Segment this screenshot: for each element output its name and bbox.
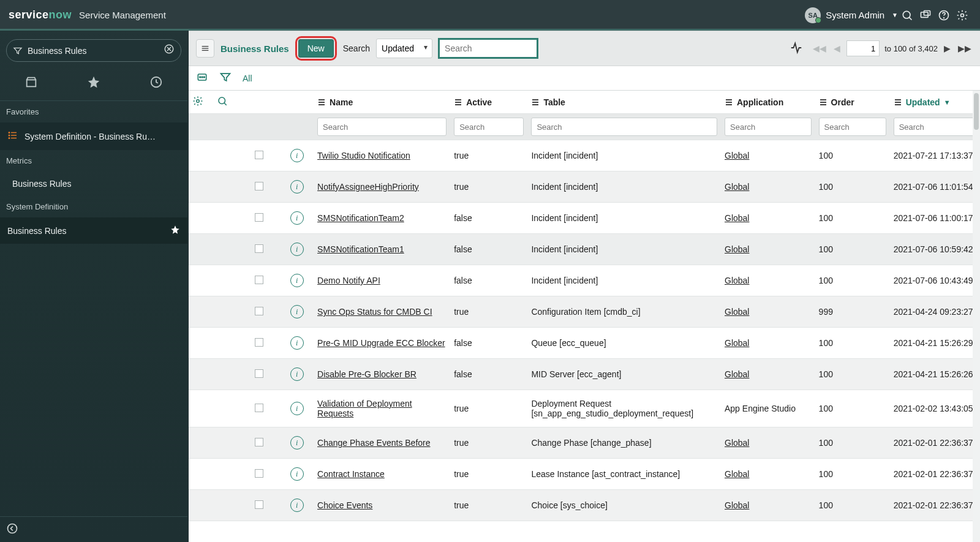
col-search-active[interactable] [454, 118, 524, 136]
preview-icon[interactable]: i [290, 305, 304, 318]
cell-name[interactable]: NotifyAssigneeHighPriority [317, 182, 419, 192]
cell-name[interactable]: SMSNotificationTeam2 [317, 213, 404, 223]
col-header-updated[interactable]: Updated▼ [890, 91, 980, 114]
col-search-order[interactable] [819, 118, 886, 136]
col-search-application[interactable] [725, 118, 812, 136]
cell-name[interactable]: Sync Ops Status for CMDB CI [317, 307, 432, 317]
cell-name[interactable]: Change Phase Events Before [317, 438, 430, 448]
cell-name[interactable]: SMSNotificationTeam1 [317, 244, 404, 254]
cell-application[interactable]: Global [725, 338, 749, 348]
table-row[interactable]: i SMSNotificationTeam2 false Incident [i… [189, 203, 980, 234]
col-header-name[interactable]: Name [314, 91, 450, 114]
cell-application[interactable]: Global [725, 469, 749, 479]
preview-icon[interactable]: i [290, 499, 304, 512]
row-checkbox[interactable] [255, 404, 263, 412]
help-icon[interactable] [935, 6, 953, 24]
cell-application[interactable]: Global [725, 276, 749, 285]
row-checkbox[interactable] [255, 151, 263, 159]
cell-name[interactable]: Choice Events [317, 500, 372, 510]
col-search-name[interactable] [317, 118, 447, 136]
page-prev-icon[interactable]: ◀ [832, 43, 842, 53]
preview-icon[interactable]: i [290, 149, 304, 162]
page-last-icon[interactable]: ▶▶ [957, 43, 973, 53]
col-header-application[interactable]: Application [721, 91, 815, 114]
cell-name[interactable]: Contract Instance [317, 469, 385, 479]
gear-icon[interactable] [953, 6, 971, 24]
filter-all-link[interactable]: All [243, 73, 252, 83]
filter-funnel-icon[interactable] [219, 71, 232, 85]
cell-application[interactable]: Global [725, 151, 749, 160]
col-search-updated[interactable] [894, 118, 976, 136]
row-checkbox[interactable] [255, 338, 263, 347]
cell-application[interactable]: Global [725, 244, 749, 254]
page-current-input[interactable] [846, 40, 880, 56]
cell-name[interactable]: Twilio Studio Notification [317, 151, 410, 160]
nav-tab-all-apps-icon[interactable] [24, 75, 38, 91]
search-field-select[interactable]: Updated [376, 39, 432, 58]
table-row[interactable]: i Pre-G MID Upgrade ECC Blocker false Qu… [189, 328, 980, 359]
row-checkbox[interactable] [255, 500, 263, 509]
nav-filter[interactable] [6, 39, 181, 62]
preview-icon[interactable]: i [290, 402, 304, 415]
table-row[interactable]: i NotifyAssigneeHighPriority true Incide… [189, 171, 980, 203]
page-first-icon[interactable]: ◀◀ [812, 43, 827, 53]
table-row[interactable]: i Disable Pre-G Blocker BR false MID Ser… [189, 359, 980, 390]
global-search-icon[interactable] [898, 6, 916, 24]
list-title[interactable]: Business Rules [221, 43, 289, 54]
table-row[interactable]: i Twilio Studio Notification true Incide… [189, 140, 980, 171]
preview-icon[interactable]: i [290, 436, 304, 450]
row-checkbox[interactable] [255, 244, 263, 253]
preview-icon[interactable]: i [290, 367, 304, 381]
col-header-table[interactable]: Table [527, 91, 721, 114]
search-input[interactable] [439, 39, 538, 58]
nav-filter-input[interactable] [23, 46, 164, 56]
column-search-icon[interactable] [213, 91, 238, 114]
avatar[interactable]: SA [805, 7, 821, 23]
preview-icon[interactable]: i [290, 211, 304, 225]
cell-application[interactable]: Global [725, 182, 749, 192]
list-menu-icon[interactable] [196, 39, 214, 58]
table-row[interactable]: i Contract Instance true Lease Instance … [189, 459, 980, 490]
row-checkbox[interactable] [255, 182, 263, 190]
nav-tab-history-icon[interactable] [149, 75, 163, 91]
favorite-star-icon[interactable] [170, 225, 180, 236]
cell-application[interactable]: Global [725, 307, 749, 317]
personalize-columns-icon[interactable] [189, 91, 213, 114]
cell-name[interactable]: Demo Notify API [317, 276, 380, 285]
preview-icon[interactable]: i [290, 274, 304, 287]
brand-logo[interactable]: servicenow [9, 9, 72, 21]
col-header-active[interactable]: Active [450, 91, 527, 114]
preview-icon[interactable]: i [290, 180, 304, 194]
preview-icon[interactable]: i [290, 336, 304, 350]
row-checkbox[interactable] [255, 469, 263, 478]
table-row[interactable]: i Change Phase Events Before true Change… [189, 427, 980, 459]
clear-filter-icon[interactable] [164, 43, 175, 58]
row-checkbox[interactable] [255, 369, 263, 378]
row-checkbox[interactable] [255, 438, 263, 446]
col-header-order[interactable]: Order [815, 91, 890, 114]
table-row[interactable]: i Sync Ops Status for CMDB CI true Confi… [189, 296, 980, 328]
activity-toggle-icon[interactable] [196, 71, 208, 85]
table-row[interactable]: i SMSNotificationTeam1 false Incident [i… [189, 234, 980, 265]
cell-application[interactable]: Global [725, 500, 749, 510]
nav-favorite-item[interactable]: System Definition - Business Ru… [0, 122, 187, 150]
row-checkbox[interactable] [255, 213, 263, 222]
table-row[interactable]: i Validation of Deployment Requests true… [189, 390, 980, 427]
nav-sysdef-item[interactable]: Business Rules [0, 217, 187, 244]
nav-metrics-item[interactable]: Business Rules [0, 171, 187, 196]
preview-icon[interactable]: i [290, 467, 304, 481]
activity-stream-icon[interactable] [787, 41, 805, 56]
page-next-icon[interactable]: ▶ [943, 43, 952, 53]
preview-icon[interactable]: i [290, 243, 304, 256]
row-checkbox[interactable] [255, 276, 263, 284]
row-checkbox[interactable] [255, 307, 263, 315]
cell-name[interactable]: Pre-G MID Upgrade ECC Blocker [317, 338, 445, 348]
cell-name[interactable]: Disable Pre-G Blocker BR [317, 369, 417, 379]
col-search-table[interactable] [531, 118, 717, 136]
chevron-down-icon[interactable]: ▼ [892, 12, 898, 18]
new-button[interactable]: New [298, 39, 334, 58]
cell-application[interactable]: Global [725, 213, 749, 223]
table-row[interactable]: i Demo Notify API false Incident [incide… [189, 265, 980, 296]
nav-tab-favorites-icon[interactable] [87, 75, 100, 91]
chat-icon[interactable] [916, 6, 935, 24]
